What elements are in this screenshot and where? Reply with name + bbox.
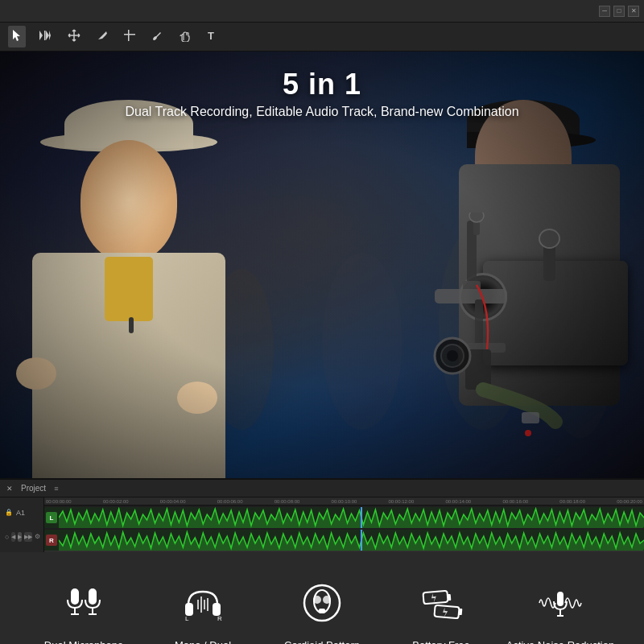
track-r-badge: R [46,535,57,546]
track-name: A1 [16,509,25,517]
timeline-menu-icon[interactable]: ≡ [54,485,58,493]
mono-dual-label: Mono / Dual [175,639,231,644]
timeline-content: 🔒 A1 ○ ◀ ▶ ▶▶ ⚙ 00:00:00:0000:00:02:0000… [0,497,644,552]
svg-point-24 [469,213,484,222]
timeline-area: ✕ Project ≡ 🔒 A1 ○ ◀ ▶ ▶▶ ⚙ 00:00:00:0 [0,478,644,551]
playhead-r [361,530,362,551]
battery-free-icon-wrap [413,575,469,631]
noise-reduction-label: Active Noise Reduction [506,639,614,644]
pen-tool[interactable] [93,27,111,47]
hand-right [177,382,217,414]
trim-tool[interactable] [121,27,138,47]
svg-rect-51 [459,608,463,614]
gimbal-svg [370,213,596,454]
playhead-indicator [357,530,366,531]
battery-free-label: Battery Free [412,639,470,644]
feature-noise-reduction: Active Noise Reduction [501,575,620,644]
cardioid-icon [298,579,346,627]
svg-rect-16 [435,289,507,303]
close-button[interactable]: ✕ [628,6,639,17]
track-labels: 🔒 A1 ○ ◀ ▶ ▶▶ ⚙ [0,497,44,552]
waveform-l-svg: // We'll use inline SVG paths drawn manu… [59,507,644,528]
svg-rect-17 [475,299,483,348]
noise-reduction-icon [536,579,584,627]
timeline-ruler: 00:00:00:0000:00:02:0000:00:04:0000:00:0… [44,497,644,506]
feature-battery-free: Battery Free [382,575,501,644]
svg-marker-26 [59,509,644,528]
video-title-overlay: 5 in 1 Dual Track Recording, Editable Au… [0,68,644,119]
face [80,140,177,261]
svg-rect-31 [89,588,97,605]
close-project-icon[interactable]: ✕ [6,485,13,493]
svg-marker-1 [39,31,43,40]
track-back-button[interactable]: ◀ [11,532,15,542]
svg-rect-28 [71,588,79,605]
hand-left [16,357,56,390]
track-controls: ○ ◀ ▶ ▶▶ ⚙ [5,532,39,542]
svg-marker-52 [442,607,448,617]
project-label: Project [21,484,46,493]
maximize-button[interactable]: □ [613,6,625,17]
dual-microphone-icon [60,579,108,627]
svg-text:T: T [208,30,214,41]
svg-point-45 [323,596,331,604]
sub-title: Dual Track Recording, Editable Audio Tra… [0,105,644,119]
track-play-button[interactable]: ▶ [18,532,22,542]
video-area: 5 in 1 Dual Track Recording, Editable Au… [0,52,644,478]
title-bar: ─ □ ✕ [0,0,644,23]
noise-reduction-icon-wrap [532,575,588,631]
svg-rect-48 [448,593,452,600]
track-label-a1: 🔒 A1 [5,509,39,517]
feature-cardioid: Cardioid Pattern [262,575,382,644]
lapel-microphone [129,317,134,333]
hand-tool[interactable] [175,26,193,47]
svg-marker-49 [431,592,436,602]
svg-point-22 [447,350,458,361]
move-tool[interactable] [64,26,84,47]
dual-microphone-label: Dual Microphone [44,639,123,644]
waveform-r-svg [59,530,644,551]
track-l: L // We'll use inline SVG pat [44,507,644,528]
woman-figure [16,100,250,470]
svg-marker-3 [46,31,49,40]
svg-rect-5 [128,30,130,41]
features-bar: Dual Microphone L R Mono / Du [0,551,644,644]
brush-tool[interactable] [148,27,166,47]
svg-rect-2 [44,31,46,40]
feature-mono-dual: L R Mono / Dual [143,575,262,644]
svg-marker-27 [59,532,644,551]
lock-icon: 🔒 [5,509,13,516]
main-title: 5 in 1 [0,68,644,101]
svg-text:L: L [185,615,189,622]
svg-marker-4 [49,31,51,40]
battery-free-icon [417,579,465,627]
svg-rect-25 [522,412,539,423]
cardioid-icon-wrap [294,575,350,631]
mono-dual-icon: L R [179,579,227,627]
timeline-tracks-area: 00:00:00:0000:00:02:0000:00:04:0000:00:0… [44,497,644,552]
track-r: R [44,530,644,551]
svg-rect-34 [185,603,193,616]
text-tool[interactable]: T [203,27,221,47]
minimize-button[interactable]: ─ [599,6,610,17]
track-l-badge: L [46,512,57,523]
svg-rect-53 [557,592,564,606]
dual-microphone-icon-wrap [56,575,112,631]
timeline-header: ✕ Project ≡ [0,480,644,497]
svg-text:R: R [217,615,222,622]
svg-rect-46 [319,609,325,613]
feature-dual-microphone: Dual Microphone [24,575,143,644]
track-options-icon: ⚙ [35,533,40,540]
playhead-l [361,507,362,528]
svg-point-44 [313,596,321,604]
window-controls: ─ □ ✕ [599,6,639,17]
track-forward-button[interactable]: ▶▶ [24,532,32,542]
ripple-tool[interactable] [35,27,55,47]
mono-dual-icon-wrap: L R [175,575,231,631]
audio-tracks: L // We'll use inline SVG pat [44,506,644,552]
collar [105,257,153,321]
select-tool[interactable] [8,26,26,47]
svg-marker-0 [13,30,20,41]
track-volume-icon: ○ [5,533,9,541]
toolbar: T [0,23,644,52]
